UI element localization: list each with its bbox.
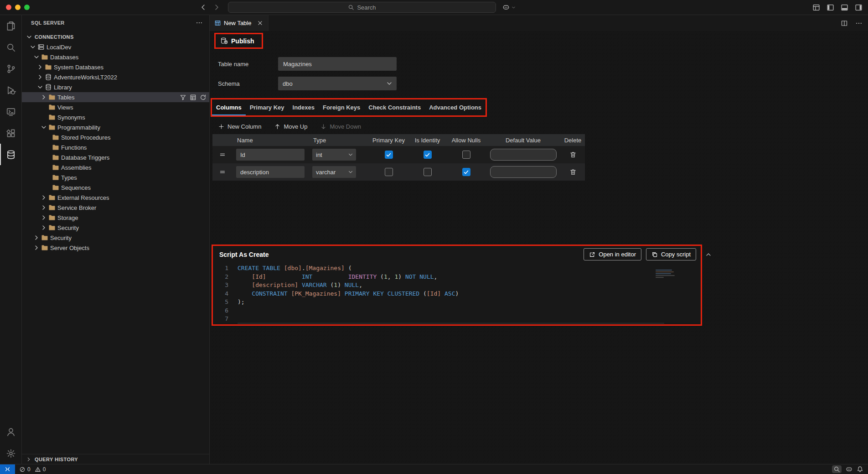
tree-item-library[interactable]: Library — [22, 82, 209, 92]
copilot-status-icon[interactable] — [846, 466, 852, 473]
code-line-2: 2 [Id] INT IDENTITY (1, 1) NOT NULL, — [213, 273, 701, 281]
designer-tab-foreign-keys[interactable]: Foreign Keys — [319, 99, 364, 115]
activity-item-explorer[interactable] — [0, 15, 21, 36]
tree-item-sequences[interactable]: Sequences — [22, 182, 209, 193]
tree-item-label: Service Broker — [57, 204, 96, 211]
default-value-input[interactable] — [490, 166, 557, 178]
activity-item-source-control[interactable] — [0, 58, 21, 79]
tree-item-system-databases[interactable]: System Databases — [22, 62, 209, 72]
designer-tab-primary-key[interactable]: Primary Key — [246, 99, 289, 115]
activity-item-remote-explorer[interactable] — [0, 101, 21, 122]
designer-tab-indexes[interactable]: Indexes — [289, 99, 319, 115]
activity-item-settings[interactable] — [0, 443, 21, 464]
primary-key-checkbox[interactable] — [385, 168, 393, 176]
table-grid-icon[interactable] — [190, 94, 196, 101]
more-actions-icon[interactable] — [196, 19, 203, 26]
allow-nulls-checkbox[interactable] — [462, 151, 470, 159]
split-editor-icon[interactable] — [841, 20, 848, 27]
tab-new-table[interactable]: New Table — [210, 15, 269, 31]
folder-icon — [52, 164, 59, 171]
tree-item-server-objects[interactable]: Server Objects — [22, 243, 209, 253]
tree-item-adventureworkslt2022[interactable]: AdventureWorksLT2022 — [22, 72, 209, 82]
line-number: 3 — [213, 281, 228, 290]
trash-icon[interactable] — [569, 151, 577, 158]
script-code[interactable]: 1CREATE TABLE [dbo].[Magazines] (2 [Id] … — [213, 263, 701, 324]
tree-item-security[interactable]: Security — [22, 223, 209, 233]
tree-item-views[interactable]: Views — [22, 102, 209, 112]
zoom-status[interactable] — [832, 465, 842, 473]
publish-button[interactable]: Publish — [216, 34, 262, 47]
folder-icon — [52, 174, 59, 181]
tree-item-programmability[interactable]: Programmability — [22, 122, 209, 132]
tree-item-tables[interactable]: Tables — [22, 92, 209, 102]
close-icon[interactable] — [257, 20, 264, 26]
code-line-7: 7 — [213, 315, 701, 323]
tree-item-storage[interactable]: Storage — [22, 213, 209, 223]
code-text: [Id] INT IDENTITY (1, 1) NOT NULL, — [238, 273, 437, 281]
drag-icon[interactable] — [219, 168, 226, 176]
activity-item-accounts[interactable] — [0, 421, 21, 443]
tree-item-security[interactable]: Security — [22, 233, 209, 243]
designer-tab-advanced-options[interactable]: Advanced Options — [425, 99, 486, 115]
notifications-bell-icon[interactable] — [857, 466, 863, 473]
scroll-up-icon[interactable] — [705, 251, 712, 258]
tree-item-assemblies[interactable]: Assemblies — [22, 162, 209, 172]
primary-key-checkbox[interactable] — [385, 151, 393, 159]
column-type-select[interactable]: int — [312, 149, 356, 161]
tree-item-external-resources[interactable]: External Resources — [22, 193, 209, 203]
table-name-input[interactable] — [278, 57, 397, 71]
activity-item-run-and-debug[interactable] — [0, 79, 21, 101]
toolbar-move-up-button[interactable]: Move Up — [274, 123, 307, 130]
tree-item-synonyms[interactable]: Synonyms — [22, 112, 209, 122]
drag-icon[interactable] — [219, 151, 226, 158]
is-identity-checkbox[interactable] — [424, 151, 432, 159]
default-value-input[interactable] — [490, 149, 557, 161]
tab-bar: New Table — [210, 15, 868, 31]
tree-item-databases[interactable]: Databases — [22, 52, 209, 62]
command-center-search[interactable]: Search — [228, 2, 496, 13]
tree-item-stored-procedures[interactable]: Stored Procedures — [22, 132, 209, 142]
designer-tab-check-constraints[interactable]: Check Constraints — [364, 99, 425, 115]
toggle-secondary-sidebar-icon[interactable] — [855, 4, 863, 11]
designer-tab-columns[interactable]: Columns — [212, 99, 246, 115]
remote-indicator[interactable] — [0, 464, 15, 474]
close-window-button[interactable] — [6, 5, 11, 10]
activity-item-search[interactable] — [0, 36, 21, 58]
zoom-window-button[interactable] — [24, 5, 30, 10]
activity-item-extensions[interactable] — [0, 122, 21, 144]
refresh-icon[interactable] — [200, 94, 207, 101]
folder-icon — [52, 184, 59, 191]
toolbar-new-column-button[interactable]: New Column — [218, 123, 261, 130]
copy-script-button[interactable]: Copy script — [646, 248, 696, 260]
schema-select[interactable]: dbo — [278, 77, 397, 90]
tree-item-service-broker[interactable]: Service Broker — [22, 203, 209, 213]
toggle-sidebar-icon[interactable] — [827, 4, 834, 11]
column-name-input[interactable] — [236, 166, 305, 178]
query-history-section[interactable]: QUERY HISTORY — [22, 454, 209, 464]
tree-item-functions[interactable]: Functions — [22, 142, 209, 152]
column-type-select[interactable]: varchar — [312, 166, 356, 178]
column-type-value: int — [316, 151, 322, 158]
activity-item-sql-server[interactable] — [0, 144, 21, 165]
column-name-input[interactable] — [236, 149, 305, 161]
toggle-panel-icon[interactable] — [841, 4, 848, 11]
more-actions-icon[interactable] — [855, 20, 863, 27]
folder-icon — [48, 94, 56, 101]
back-icon[interactable] — [200, 4, 207, 11]
copilot-menu[interactable] — [502, 4, 516, 11]
open-in-editor-button[interactable]: Open in editor — [584, 248, 641, 260]
allow-nulls-checkbox[interactable] — [462, 168, 470, 176]
is-identity-checkbox[interactable] — [424, 168, 432, 176]
minimize-window-button[interactable] — [15, 5, 21, 10]
customize-layout-icon[interactable] — [812, 4, 820, 11]
object-explorer-tree: CONNECTIONSLocalDevDatabasesSystem Datab… — [22, 31, 209, 454]
tree-item-database-triggers[interactable]: Database Triggers — [22, 152, 209, 162]
tree-item-types[interactable]: Types — [22, 172, 209, 182]
toolbar-move-down-button: Move Down — [320, 123, 361, 130]
filter-icon[interactable] — [180, 94, 186, 101]
trash-icon[interactable] — [569, 168, 577, 176]
tree-item-localdev[interactable]: LocalDev — [22, 42, 209, 52]
problems-status[interactable]: 0 0 — [19, 466, 48, 473]
forward-icon[interactable] — [213, 4, 220, 11]
tree-item-connections[interactable]: CONNECTIONS — [22, 32, 209, 42]
